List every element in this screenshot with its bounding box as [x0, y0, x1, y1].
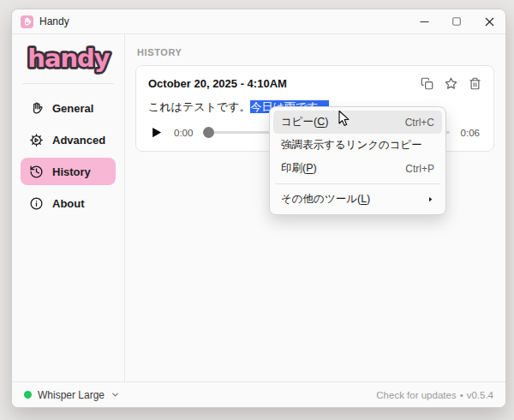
model-name-label: Whisper Large [38, 389, 105, 401]
sidebar-item-label: General [52, 102, 93, 115]
entry-timestamp: October 20, 2025 - 4:10AM [148, 77, 287, 90]
sidebar-nav: General Advanced Histo [12, 89, 124, 226]
maximize-icon [452, 17, 461, 26]
statusbar: Whisper Large Check for updates • v0.5.4 [12, 381, 505, 407]
copy-button[interactable] [421, 77, 433, 90]
play-button[interactable] [150, 126, 163, 139]
sidebar-item-label: History [52, 165, 91, 178]
minimize-button[interactable] [408, 9, 440, 33]
menu-item-label: その他のツール(L) [281, 192, 370, 207]
delete-button[interactable] [469, 77, 481, 90]
status-dot-icon [24, 391, 32, 399]
model-selector[interactable]: Whisper Large [24, 389, 120, 401]
entry-actions [421, 77, 481, 90]
history-icon [29, 165, 44, 179]
menu-item-label: 強調表示するリンクのコピー [281, 138, 422, 153]
app-logo-icon [21, 15, 33, 28]
titlebar[interactable]: Handy [12, 9, 505, 34]
menu-shortcut: Ctrl+C [405, 117, 434, 129]
close-icon [485, 17, 494, 27]
window-title: Handy [39, 15, 69, 27]
separator-dot: • [460, 390, 463, 400]
menu-item-label: コピー(C) [281, 115, 328, 129]
sidebar-item-label: About [52, 197, 85, 210]
mouse-cursor-icon [338, 110, 350, 128]
menu-item-label: 印刷(P) [281, 161, 317, 176]
gear-icon [29, 133, 44, 147]
sidebar-item-history[interactable]: History [21, 158, 116, 185]
trash-icon [469, 77, 481, 90]
current-time-label: 0:00 [174, 128, 193, 138]
sidebar-item-about[interactable]: About [21, 189, 116, 217]
context-menu: コピー(C) Ctrl+C 強調表示するリンクのコピー 印刷(P) Ctrl+P… [269, 106, 446, 215]
info-icon [29, 196, 44, 211]
menu-item-print[interactable]: 印刷(P) Ctrl+P [273, 157, 442, 180]
app-window: Handy handy [11, 9, 506, 408]
menu-separator [275, 183, 440, 184]
submenu-arrow-icon [427, 195, 434, 203]
menu-item-copy[interactable]: コピー(C) Ctrl+C [273, 111, 442, 134]
hand-icon [29, 101, 44, 116]
minimize-icon [420, 17, 429, 27]
star-icon [445, 77, 457, 90]
svg-text:handy: handy [27, 44, 111, 73]
duration-label: 0:06 [461, 128, 480, 138]
version-label: v0.5.4 [467, 390, 493, 400]
sidebar-item-general[interactable]: General [21, 94, 116, 122]
transcript-text-normal: これはテストです。 [148, 100, 250, 113]
menu-item-more-tools[interactable]: その他のツール(L) [273, 188, 442, 211]
close-button[interactable] [473, 9, 505, 33]
copy-icon [421, 77, 433, 90]
sidebar-item-label: Advanced [52, 134, 105, 147]
sidebar-item-advanced[interactable]: Advanced [21, 126, 116, 153]
star-button[interactable] [445, 77, 457, 90]
check-updates-link[interactable]: Check for updates [376, 390, 456, 400]
handy-logo: handy [12, 34, 124, 83]
maximize-button[interactable] [440, 9, 473, 33]
sidebar: handy General Advanced [12, 34, 125, 381]
sidebar-divider [22, 83, 114, 84]
window-controls [408, 9, 505, 33]
chevron-down-icon [111, 390, 120, 399]
play-icon [150, 126, 163, 139]
menu-item-copy-highlight-link[interactable]: 強調表示するリンクのコピー [273, 134, 442, 157]
version-area: Check for updates • v0.5.4 [376, 390, 493, 400]
slider-thumb[interactable] [203, 127, 214, 138]
history-section-label: HISTORY [137, 47, 494, 57]
menu-shortcut: Ctrl+P [405, 163, 434, 175]
